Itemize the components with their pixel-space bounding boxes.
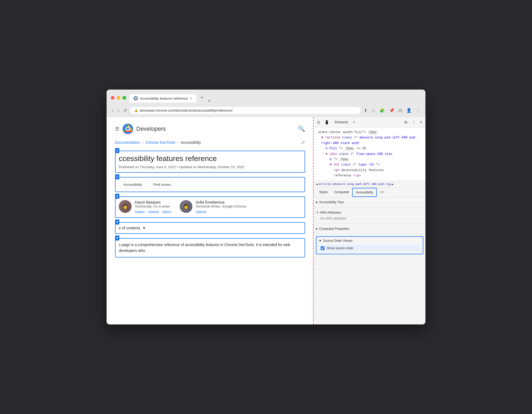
aria-triangle: ▼ xyxy=(316,211,319,214)
tag-accessibility[interactable]: Accessibility xyxy=(119,181,147,188)
breadcrumb-left-arrow[interactable]: ◀ xyxy=(316,183,318,186)
html-line-4: ▼ <h1 class =" type--h2 "> xyxy=(316,162,423,167)
settings-button[interactable]: ⚙ xyxy=(403,119,409,125)
back-button[interactable]: ‹ xyxy=(111,107,114,114)
inspect-element-button[interactable]: ⊡ xyxy=(316,119,321,125)
tab-close-button[interactable]: × xyxy=(190,96,192,100)
html-equals-sign: == xyxy=(357,147,362,150)
close-devtools-button[interactable]: × xyxy=(419,119,423,126)
brand-name: Developers xyxy=(136,125,166,132)
chrome-menu-button[interactable]: ⋮ xyxy=(415,107,421,114)
sov-title: Source Order Viewer xyxy=(323,239,353,243)
html-line-2b: h-full "> flex == $0 xyxy=(316,146,423,151)
hamburger-menu[interactable]: ☰ xyxy=(115,126,119,132)
devtools-html-view: ntent-center width-full"> flex ▼ <articl… xyxy=(314,128,425,181)
aria-empty-text: No ARIA attributes xyxy=(316,216,423,221)
author-2-avatar: 👩 xyxy=(180,200,192,213)
source-number-2: 2 xyxy=(115,174,119,179)
source-number-3: 3 xyxy=(115,194,119,199)
maximize-button[interactable] xyxy=(123,96,126,100)
profile-button[interactable]: 👤 xyxy=(405,107,413,114)
author-2-avatar-img: 👩 xyxy=(180,200,192,213)
html-tag-h1-triangle: ▼ xyxy=(330,163,332,167)
accessibility-tree-triangle: ▶ xyxy=(316,201,318,204)
main-area: ☰ Developers 🔍 Documentation › xyxy=(107,117,425,324)
html-p-text2: reference xyxy=(334,174,351,178)
share-button[interactable]: ⬆ xyxy=(363,107,368,114)
author-1-twitter[interactable]: Twitter xyxy=(135,210,145,214)
toc-label: e of contents xyxy=(119,226,140,230)
devtools-breadcrumb-text[interactable]: article.measure-long.pad-left-400.pad-ri… xyxy=(319,183,391,186)
sov-header: ▼ Source Order Viewer xyxy=(319,239,421,243)
extensions-button[interactable]: 🧩 xyxy=(378,107,386,114)
close-button[interactable] xyxy=(111,96,115,100)
author-2-role: Technical Writer, Google Chrome xyxy=(196,204,246,208)
breadcrumb-right-arrow[interactable]: ▶ xyxy=(392,183,394,186)
tab-list-chevron[interactable]: ∨ xyxy=(208,98,210,103)
author-1-github[interactable]: GitHub xyxy=(148,210,159,214)
html-equals3: =" xyxy=(353,163,356,167)
bookmark-button[interactable]: ☆ xyxy=(370,107,376,114)
aria-attributes-label: ARIA Attributes xyxy=(320,211,341,214)
split-button[interactable]: ⊡ xyxy=(398,107,403,114)
html-line-1: ntent-center width-full"> flex xyxy=(316,130,423,135)
html-equals: =" xyxy=(354,136,357,140)
author-1: 👩 Kayce Basques Technically, I'm a write… xyxy=(119,200,173,214)
minimize-button[interactable] xyxy=(117,96,120,100)
author-2-name: Sofia Emelianova xyxy=(196,200,246,204)
breadcrumb-devtools-link[interactable]: Chrome DevTools xyxy=(146,140,175,145)
tag-find-issues[interactable]: Find issues xyxy=(149,181,175,188)
heading-text: ccessibility features reference xyxy=(119,154,217,163)
author-1-avatar-img: 👩 xyxy=(119,200,132,213)
flex-badge-2: flex xyxy=(345,147,354,150)
new-tab-button[interactable]: + xyxy=(197,93,207,103)
more-tabs-button[interactable]: » xyxy=(353,120,355,124)
computed-properties-header[interactable]: ▶ Computed Properties xyxy=(316,226,423,232)
chrome-logo xyxy=(123,124,133,134)
tab-computed[interactable]: Computed xyxy=(331,188,352,197)
source-box-2: 2 Accessibility Find issues xyxy=(115,177,305,192)
html-tag-div: <div xyxy=(329,152,339,156)
media-button[interactable]: 📌 xyxy=(388,107,395,114)
address-field[interactable]: 🔒 developer.chrome.com/docs/devtools/acc… xyxy=(130,107,361,114)
html-line-6: reference </p> xyxy=(316,173,423,178)
html-line-2: ▼ <article class =" measure-long pad-lef… xyxy=(316,135,423,146)
aria-attributes-header[interactable]: ▼ ARIA Attributes xyxy=(316,210,423,216)
tab-favicon xyxy=(134,96,138,100)
html-line-3b: k "> flex xyxy=(316,157,423,162)
tab-styles[interactable]: Styles xyxy=(316,188,331,197)
show-source-order-label[interactable]: Show source order xyxy=(327,246,353,250)
html-p-text1: Accessibility features xyxy=(342,168,384,172)
flex-badge-1: flex xyxy=(368,131,377,134)
reload-button[interactable]: ↺ xyxy=(122,107,128,114)
author-2-info: Sofia Emelianova Technical Writer, Googl… xyxy=(196,200,246,214)
page-share-icon[interactable]: ⤢ xyxy=(301,140,305,145)
toc-dropdown-arrow[interactable]: ▼ xyxy=(142,226,146,230)
active-tab[interactable]: Accessibility features reference × xyxy=(129,94,196,103)
device-toggle-button[interactable]: 📱 xyxy=(323,119,330,125)
html-tag-p: <p> xyxy=(334,168,340,172)
html-val-div: flow-space-200 stac xyxy=(356,152,392,156)
more-options-button[interactable]: ⋮ xyxy=(411,119,417,125)
show-source-order-checkbox[interactable] xyxy=(321,246,324,250)
source-number-1: 1 xyxy=(115,148,119,153)
tab-accessibility[interactable]: Accessibility xyxy=(352,188,377,197)
address-actions: ⬆ ☆ 🧩 📌 ⊡ 👤 ⋮ xyxy=(363,107,421,114)
source-order-viewer: ▼ Source Order Viewer Show source order xyxy=(316,236,423,254)
computed-triangle: ▶ xyxy=(316,227,318,230)
search-icon[interactable]: 🔍 xyxy=(298,125,305,132)
html-line-3: ▼ <div class =" flow-space-200 stac xyxy=(316,151,423,157)
elements-tab[interactable]: Elements xyxy=(332,119,351,126)
html-line-5: <p> Accessibility features xyxy=(316,168,423,173)
title-bar: Accessibility features reference × + ∨ xyxy=(107,90,425,105)
breadcrumb-docs-link[interactable]: Documentation xyxy=(115,140,140,145)
accessibility-tree-header[interactable]: ▶ Accessibility Tree xyxy=(316,199,423,205)
breadcrumb: Documentation › Chrome DevTools › Access… xyxy=(115,140,305,145)
tab-more[interactable]: >> xyxy=(377,188,387,197)
html-val-class2: h-full xyxy=(326,147,337,150)
author-1-glitch[interactable]: Glitch xyxy=(162,210,171,214)
html-tag-p-close: </p> xyxy=(353,174,361,178)
author-2-github[interactable]: GitHub xyxy=(196,210,206,214)
author-1-name: Kayce Basques xyxy=(135,200,173,204)
forward-button[interactable]: › xyxy=(116,107,120,114)
